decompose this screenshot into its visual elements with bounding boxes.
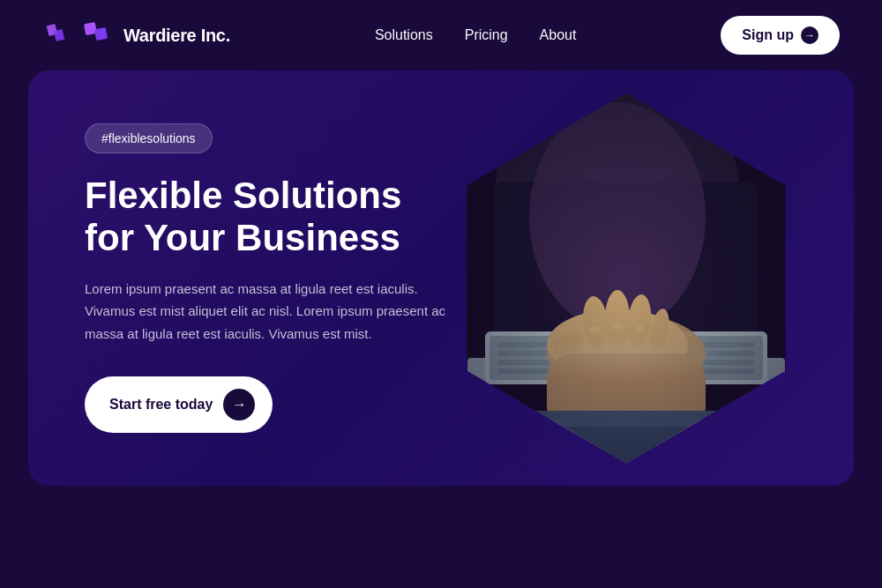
hero-tag: #flexiblesolutions: [85, 123, 213, 153]
svg-rect-66: [441, 93, 811, 464]
hero-section: #flexiblesolutions Flexible Solutions fo…: [28, 71, 854, 486]
signup-label: Sign up: [742, 27, 794, 43]
svg-rect-4: [94, 27, 108, 41]
logo-icon: [42, 19, 74, 51]
navbar: Wardiere Inc. Solutions Pricing About Si…: [0, 0, 882, 71]
brand-logo-icon: [83, 19, 115, 51]
hero-image-wrapper: [441, 93, 811, 464]
signup-button[interactable]: Sign up →: [721, 16, 840, 55]
nav-link-about[interactable]: About: [540, 27, 577, 43]
hero-image: [441, 93, 811, 464]
cta-button[interactable]: Start free today →: [85, 376, 273, 433]
hero-content: #flexiblesolutions Flexible Solutions fo…: [85, 123, 455, 433]
nav-link-pricing[interactable]: Pricing: [465, 27, 508, 43]
brand-name: Wardiere Inc.: [123, 26, 230, 46]
laptop-illustration: [441, 93, 811, 464]
nav-link-solutions[interactable]: Solutions: [375, 27, 433, 43]
hero-title: Flexible Solutions for Your Business: [85, 175, 455, 260]
nav-links: Solutions Pricing About: [375, 27, 577, 43]
cta-arrow-icon: →: [223, 389, 255, 421]
logo[interactable]: Wardiere Inc.: [42, 19, 230, 51]
signup-arrow-icon: →: [801, 26, 818, 44]
hero-description: Lorem ipsum praesent ac massa at ligula …: [85, 278, 455, 346]
cta-label: Start free today: [109, 397, 213, 413]
svg-rect-3: [84, 22, 97, 35]
